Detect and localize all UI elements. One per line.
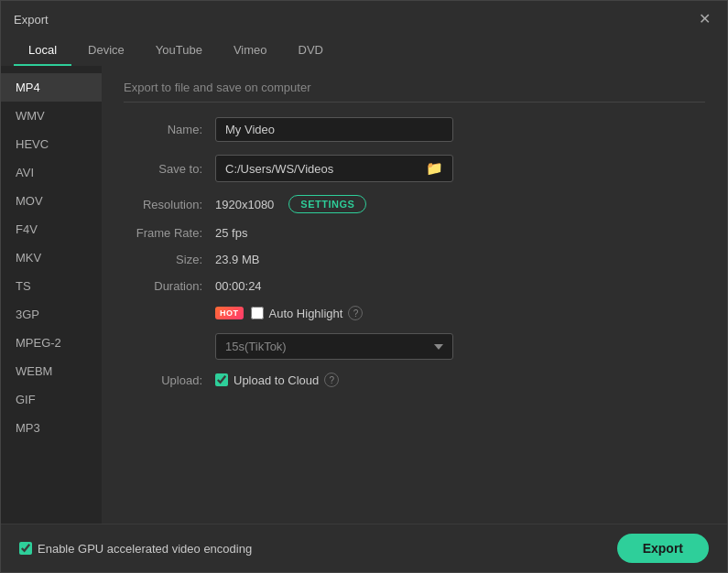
auto-highlight-checkbox[interactable] bbox=[251, 307, 264, 319]
upload-cloud-text: Upload to Cloud bbox=[234, 373, 319, 387]
save-to-row: Save to: C:/Users/WS/Videos 📁 bbox=[124, 155, 705, 182]
resolution-label: Resolution: bbox=[124, 198, 215, 211]
section-title: Export to file and save on computer bbox=[124, 81, 705, 103]
export-button[interactable]: Export bbox=[617, 534, 709, 563]
title-bar: Export ✕ bbox=[1, 1, 727, 34]
tab-device[interactable]: Device bbox=[73, 38, 139, 66]
auto-highlight-help-icon[interactable]: ? bbox=[348, 306, 363, 320]
sidebar-item-mkv[interactable]: MKV bbox=[1, 243, 102, 272]
main-panel: Export to file and save on computer Name… bbox=[102, 66, 727, 524]
upload-label: Upload: bbox=[124, 373, 215, 387]
duration-value: 00:00:24 bbox=[215, 279, 262, 293]
size-row: Size: 23.9 MB bbox=[124, 253, 705, 266]
gpu-encoding-text: Enable GPU accelerated video encoding bbox=[38, 542, 252, 556]
tab-bar: Local Device YouTube Vimeo DVD bbox=[1, 34, 727, 66]
upload-help-icon[interactable]: ? bbox=[324, 373, 339, 387]
sidebar-item-gif[interactable]: GIF bbox=[1, 385, 102, 414]
gpu-encoding-checkbox[interactable] bbox=[19, 542, 32, 555]
sidebar-item-f4v[interactable]: F4V bbox=[1, 215, 102, 243]
auto-highlight-row: HOT Auto Highlight ? bbox=[124, 306, 705, 320]
size-value: 23.9 MB bbox=[215, 253, 259, 266]
auto-highlight-text: Auto Highlight bbox=[269, 307, 343, 320]
close-button[interactable]: ✕ bbox=[695, 10, 714, 28]
bottom-bar: Enable GPU accelerated video encoding Ex… bbox=[1, 524, 727, 572]
auto-highlight-label[interactable]: Auto Highlight bbox=[251, 307, 343, 320]
settings-button[interactable]: SETTINGS bbox=[288, 195, 366, 213]
folder-icon[interactable]: 📁 bbox=[426, 160, 443, 177]
resolution-value-row: 1920x1080 SETTINGS bbox=[215, 195, 366, 213]
sidebar-item-hevc[interactable]: HEVC bbox=[1, 130, 102, 158]
duration-row: Duration: 00:00:24 bbox=[124, 279, 705, 293]
frame-rate-label: Frame Rate: bbox=[124, 226, 215, 240]
name-input[interactable] bbox=[215, 117, 453, 142]
folder-row[interactable]: C:/Users/WS/Videos 📁 bbox=[215, 155, 453, 182]
sidebar-item-3gp[interactable]: 3GP bbox=[1, 300, 102, 329]
folder-path: C:/Users/WS/Videos bbox=[225, 162, 420, 176]
sidebar-item-mp4[interactable]: MP4 bbox=[1, 73, 102, 102]
sidebar-item-ts[interactable]: TS bbox=[1, 272, 102, 300]
upload-cloud-checkbox[interactable] bbox=[215, 373, 228, 386]
window-title: Export bbox=[14, 13, 49, 27]
save-to-label: Save to: bbox=[124, 162, 215, 176]
content-area: MP4 WMV HEVC AVI MOV F4V MKV TS 3GP MPEG… bbox=[1, 66, 727, 524]
frame-rate-row: Frame Rate: 25 fps bbox=[124, 226, 705, 240]
upload-row: Upload: Upload to Cloud ? bbox=[124, 373, 705, 387]
export-window: Export ✕ Local Device YouTube Vimeo DVD … bbox=[0, 0, 728, 573]
tab-dvd[interactable]: DVD bbox=[284, 38, 338, 66]
sidebar-item-wmv[interactable]: WMV bbox=[1, 102, 102, 130]
hot-badge: HOT bbox=[215, 307, 244, 319]
name-row: Name: bbox=[124, 117, 705, 142]
resolution-value: 1920x1080 bbox=[215, 198, 274, 211]
duration-label: Duration: bbox=[124, 279, 215, 293]
gpu-encoding-label[interactable]: Enable GPU accelerated video encoding bbox=[19, 542, 252, 556]
name-label: Name: bbox=[124, 123, 215, 136]
highlight-duration-dropdown[interactable]: 15s(TikTok) 30s 60s bbox=[215, 333, 453, 360]
sidebar-item-avi[interactable]: AVI bbox=[1, 158, 102, 187]
upload-cloud-label[interactable]: Upload to Cloud bbox=[215, 373, 319, 387]
format-sidebar: MP4 WMV HEVC AVI MOV F4V MKV TS 3GP MPEG… bbox=[1, 66, 102, 524]
tab-vimeo[interactable]: Vimeo bbox=[219, 38, 282, 66]
sidebar-item-mp3[interactable]: MP3 bbox=[1, 414, 102, 442]
resolution-row: Resolution: 1920x1080 SETTINGS bbox=[124, 195, 705, 213]
sidebar-item-mpeg2[interactable]: MPEG-2 bbox=[1, 329, 102, 357]
tab-youtube[interactable]: YouTube bbox=[141, 38, 217, 66]
size-label: Size: bbox=[124, 253, 215, 266]
highlight-dropdown-row: 15s(TikTok) 30s 60s bbox=[215, 333, 705, 360]
sidebar-item-mov[interactable]: MOV bbox=[1, 187, 102, 215]
sidebar-item-webm[interactable]: WEBM bbox=[1, 357, 102, 385]
frame-rate-value: 25 fps bbox=[215, 226, 247, 240]
tab-local[interactable]: Local bbox=[14, 38, 71, 66]
